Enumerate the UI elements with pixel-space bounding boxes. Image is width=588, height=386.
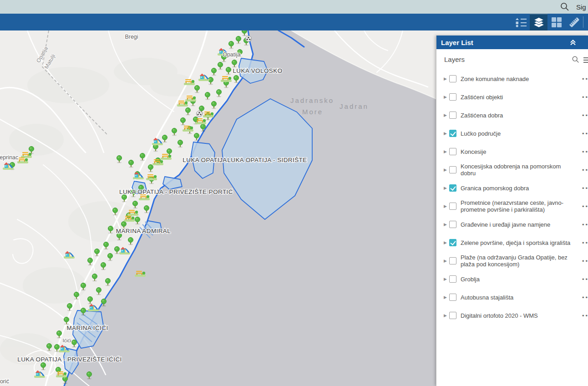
soccer-icon[interactable] — [197, 111, 203, 117]
map-label: LUKA OPATIJA - PRIVEZIŠTE IĆIĆI — [17, 356, 122, 363]
layer-menu-ellipsis-icon[interactable]: ••• — [582, 270, 588, 288]
layer-row: ▶Plaže (na održavanju Grada Opatije, bez… — [436, 252, 588, 270]
map-label: orić — [0, 378, 9, 385]
layer-visibility-checkbox[interactable] — [449, 148, 456, 155]
layer-expand-caret-icon[interactable]: ▶ — [444, 76, 449, 81]
layer-list-widget-button[interactable] — [530, 14, 547, 30]
map-label: Jadransko — [290, 96, 334, 104]
layer-menu-ellipsis-icon[interactable]: ••• — [582, 142, 588, 161]
layer-menu-ellipsis-icon[interactable]: ••• — [582, 124, 588, 142]
layer-row: ▶Koncesije••• — [436, 142, 588, 161]
layer-visibility-checkbox[interactable] — [449, 203, 456, 210]
layer-menu-ellipsis-icon[interactable]: ••• — [582, 288, 588, 306]
measurement-widget-button[interactable] — [565, 14, 583, 30]
layer-label: Groblja — [461, 276, 575, 283]
layer-list-panel: Layer List Layers ▶Zone komunalne naknad… — [436, 36, 588, 386]
layer-visibility-checkbox[interactable] — [449, 75, 456, 82]
layer-expand-caret-icon[interactable]: ▶ — [444, 277, 449, 281]
sign-in-link[interactable]: Sig — [576, 3, 588, 11]
layer-expand-caret-icon[interactable]: ▶ — [444, 259, 449, 263]
layer-expand-caret-icon[interactable]: ▶ — [444, 313, 449, 318]
layer-row: ▶Digitalni ortofoto 2020 - WMS••• — [436, 306, 588, 325]
layer-row: ▶Zaštićeni objekti••• — [436, 88, 588, 106]
layer-visibility-checkbox[interactable] — [449, 112, 456, 119]
layer-label: Zaštićeni objekti — [461, 94, 575, 101]
layer-menu-ellipsis-icon[interactable]: ••• — [582, 70, 588, 88]
layer-menu-ellipsis-icon[interactable]: ••• — [582, 88, 588, 106]
layer-row: ▶Granica pomorskog dobra••• — [436, 179, 588, 197]
map-label: Bregi — [125, 34, 138, 40]
layer-expand-caret-icon[interactable]: ▶ — [444, 149, 449, 154]
map-label: LUKA OPATIJA - SIDRIŠTE — [227, 157, 307, 163]
layer-visibility-checkbox[interactable] — [449, 257, 456, 264]
legend-widget-button[interactable] — [512, 14, 530, 30]
layer-expand-caret-icon[interactable]: ▶ — [444, 168, 449, 172]
layer-search-icon[interactable] — [572, 56, 580, 64]
layer-menu-ellipsis-icon[interactable]: ••• — [582, 179, 588, 197]
map-label: Jadran — [340, 102, 369, 110]
layer-visibility-checkbox[interactable] — [449, 294, 456, 301]
layer-row: ▶Prometnice (nerazvrstane ceste, javno-p… — [436, 197, 588, 215]
layer-expand-caret-icon[interactable]: ▶ — [444, 240, 449, 245]
layer-label: Koncesije — [461, 148, 575, 155]
layer-expand-caret-icon[interactable]: ▶ — [444, 222, 449, 227]
layer-expand-caret-icon[interactable]: ▶ — [444, 95, 449, 99]
layer-visibility-checkbox[interactable] — [449, 221, 456, 228]
map-label: Opatija — [223, 51, 241, 58]
layer-label: Zaštićena dobra — [461, 112, 575, 119]
layer-expand-caret-icon[interactable]: ▶ — [444, 113, 449, 117]
layer-label: Koncesijska odobrenja na pomorskom dobru — [461, 163, 575, 177]
layer-label: Građevine i uređaji javne namjene — [461, 221, 575, 228]
layer-menu-ellipsis-icon[interactable]: ••• — [582, 215, 588, 234]
layer-label: Zelene površine, dječja i sportska igral… — [461, 239, 575, 246]
layer-menu-ellipsis-icon[interactable]: ••• — [582, 252, 588, 270]
layer-row: ▶Autobusna stajališta••• — [436, 288, 588, 306]
layer-label: Granica pomorskog dobra — [461, 185, 575, 192]
widget-toolbar — [0, 14, 588, 30]
basemap-gallery-widget-button[interactable] — [547, 14, 565, 30]
search-icon[interactable] — [560, 2, 570, 12]
layer-row: ▶Koncesijska odobrenja na pomorskom dobr… — [436, 161, 588, 179]
layer-menu-ellipsis-icon[interactable]: ••• — [582, 197, 588, 215]
layer-label: Plaže (na održavanju Grada Opatije, bez … — [461, 254, 575, 268]
panel-title: Layer List — [441, 39, 569, 46]
layer-expand-caret-icon[interactable]: ▶ — [444, 131, 449, 136]
layer-label: Zone komunalne naknade — [461, 76, 575, 82]
layer-menu-ellipsis-icon[interactable]: ••• — [582, 306, 588, 325]
layer-row: ▶Zelene površine, dječja i sportska igra… — [436, 234, 588, 252]
layer-expand-caret-icon[interactable]: ▶ — [444, 204, 449, 208]
layer-row: ▶Lučko područje••• — [436, 124, 588, 142]
layer-row: ▶Zone komunalne naknade••• — [436, 70, 588, 88]
map-label: MARINA IĆIĆI — [66, 325, 108, 331]
layer-menu-ellipsis-icon[interactable]: ••• — [582, 161, 588, 179]
layer-visibility-checkbox[interactable] — [449, 184, 456, 192]
layer-visibility-checkbox[interactable] — [449, 312, 456, 319]
layer-row: ▶Građevine i uređaji javne namjene••• — [436, 215, 588, 234]
layer-row: ▶Groblja••• — [436, 270, 588, 288]
layer-menu-ellipsis-icon[interactable]: ••• — [582, 106, 588, 124]
layer-options-icon[interactable] — [583, 56, 588, 63]
layer-menu-ellipsis-icon[interactable]: ••• — [582, 234, 588, 252]
layer-expand-caret-icon[interactable]: ▶ — [444, 186, 449, 190]
layer-visibility-checkbox[interactable] — [449, 239, 456, 246]
map-label: Ićići — [63, 338, 71, 343]
layer-label: Autobusna stajališta — [461, 294, 575, 301]
layer-visibility-checkbox[interactable] — [449, 275, 456, 283]
layers-subheader: Layers — [436, 49, 588, 70]
map-label: MARINA ADMIRAL — [116, 228, 171, 234]
soccer-icon[interactable] — [246, 36, 252, 42]
layers-heading: Layers — [444, 56, 572, 63]
map-label: LUKA OPATIJA — [182, 157, 227, 163]
layer-list-header: Layer List — [436, 36, 588, 49]
map-label: LUKA VOLOSKO — [233, 67, 282, 74]
map-label: Veprinac — [0, 154, 18, 161]
app-window: Sig — [0, 0, 588, 386]
layer-label: Digitalni ortofoto 2020 - WMS — [461, 312, 575, 319]
collapse-panel-icon[interactable] — [569, 39, 577, 46]
layer-expand-caret-icon[interactable]: ▶ — [444, 295, 449, 300]
layer-label: Lučko područje — [461, 130, 575, 137]
layer-visibility-checkbox[interactable] — [449, 166, 456, 173]
layer-visibility-checkbox[interactable] — [449, 130, 456, 137]
layer-row: ▶Zaštićena dobra••• — [436, 106, 588, 124]
layer-visibility-checkbox[interactable] — [449, 93, 456, 101]
